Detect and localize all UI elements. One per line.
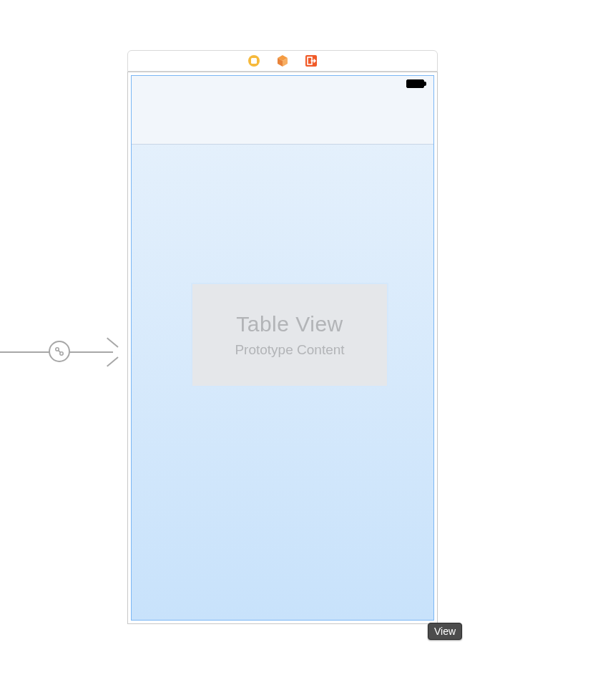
status-bar xyxy=(132,76,433,92)
navigation-bar[interactable] xyxy=(132,92,433,145)
svg-line-2 xyxy=(59,351,61,353)
view-controller-icon[interactable] xyxy=(247,54,260,67)
battery-icon xyxy=(406,79,426,88)
device-frame[interactable]: Table View Prototype Content xyxy=(127,72,438,624)
view-controller-scene[interactable]: Table View Prototype Content xyxy=(127,50,438,624)
segue-origin-icon xyxy=(49,341,70,362)
table-view-placeholder[interactable]: Table View Prototype Content xyxy=(191,283,388,387)
svg-rect-4 xyxy=(251,58,257,64)
entry-point-segue[interactable] xyxy=(0,338,127,366)
exit-icon[interactable] xyxy=(305,54,318,67)
svg-point-1 xyxy=(60,352,63,355)
table-view-title: Table View xyxy=(236,312,343,336)
table-view-subtitle: Prototype Content xyxy=(235,342,344,358)
selection-badge: View xyxy=(428,623,462,640)
scene-titlebar[interactable] xyxy=(127,50,438,72)
svg-point-0 xyxy=(56,348,59,351)
first-responder-icon[interactable] xyxy=(276,54,289,67)
